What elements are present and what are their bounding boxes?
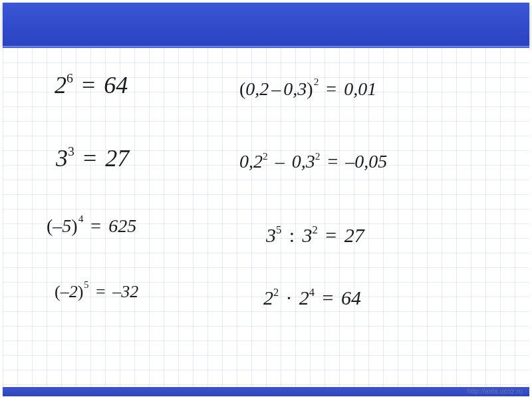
eq6-equals: = <box>325 151 340 172</box>
eq8-equals: = <box>320 287 336 309</box>
eq3-lpar: ( <box>47 215 53 236</box>
eq4-exp: 5 <box>83 279 88 290</box>
eq4-inner: –2 <box>61 282 78 301</box>
eq7-a-base: 3 <box>266 224 276 246</box>
eq8-result: 64 <box>341 287 361 309</box>
equation-6: 0,22 – 0,32 = –0,05 <box>239 150 387 172</box>
equation-4: (–2)5 = –32 <box>55 279 138 302</box>
eq1-result: 64 <box>104 72 128 98</box>
title-bar <box>3 3 529 48</box>
eq1-base: 2 <box>55 72 66 98</box>
eq7-result: 27 <box>344 224 364 246</box>
eq6-minus: – <box>273 151 287 172</box>
watermark-text: http://aida.ucoz.ru <box>467 388 523 395</box>
eq7-divide: : <box>287 224 297 246</box>
eq5-minus: – <box>269 78 283 99</box>
eq8-dot: · <box>284 287 295 309</box>
footer-bar: http://aida.ucoz.ru <box>3 387 529 396</box>
eq8-a-base: 2 <box>263 287 273 309</box>
eq4-lpar: ( <box>55 282 61 301</box>
eq7-b-base: 3 <box>303 224 313 246</box>
eq4-equals: = <box>93 282 108 301</box>
eq5-b: 0,3 <box>283 78 307 99</box>
eq5-exp: 2 <box>313 76 319 87</box>
eq5-result: 0,01 <box>344 78 376 99</box>
eq2-exp: 3 <box>68 144 74 158</box>
eq8-b-exp: 4 <box>309 286 315 299</box>
equation-7: 35 : 32 = 27 <box>266 223 364 247</box>
eq2-result: 27 <box>105 145 129 172</box>
equation-5: (0,2–0,3)2 = 0,01 <box>239 76 376 100</box>
eq7-a-exp: 5 <box>276 223 281 236</box>
eq4-result: –32 <box>112 282 138 301</box>
equation-8: 22 · 24 = 64 <box>263 286 361 309</box>
eq6-a-exp: 2 <box>263 150 268 162</box>
equation-3: (–5)4 = 625 <box>47 213 136 237</box>
eq3-inner: –5 <box>53 215 71 236</box>
eq6-b-base: 0,3 <box>292 151 315 172</box>
eq5-equals: = <box>323 78 339 99</box>
eq6-a-base: 0,2 <box>239 151 263 172</box>
eq2-equals: = <box>80 145 99 172</box>
eq7-equals: = <box>323 224 339 246</box>
eq8-b-base: 2 <box>299 287 309 309</box>
slide: 26 = 64 33 = 27 (–5)4 = 625 (–2)5 = –32 … <box>0 0 532 399</box>
eq1-exp: 6 <box>66 70 73 85</box>
eq5-a: 0,2 <box>245 78 269 99</box>
eq2-base: 3 <box>56 145 68 172</box>
eq3-equals: = <box>88 215 104 236</box>
equation-2: 33 = 27 <box>56 144 129 172</box>
eq3-rpar: ) <box>71 215 77 236</box>
eq8-a-exp: 2 <box>273 286 279 299</box>
eq5-rpar: ) <box>307 78 313 99</box>
equation-1: 26 = 64 <box>55 70 128 99</box>
eq7-b-exp: 2 <box>313 223 318 236</box>
eq3-exp: 4 <box>78 213 84 224</box>
eq6-result: –0,05 <box>345 151 387 172</box>
eq5-lpar: ( <box>239 78 245 99</box>
eq3-result: 625 <box>108 215 136 236</box>
eq1-equals: = <box>79 72 98 98</box>
eq6-b-exp: 2 <box>315 150 321 162</box>
